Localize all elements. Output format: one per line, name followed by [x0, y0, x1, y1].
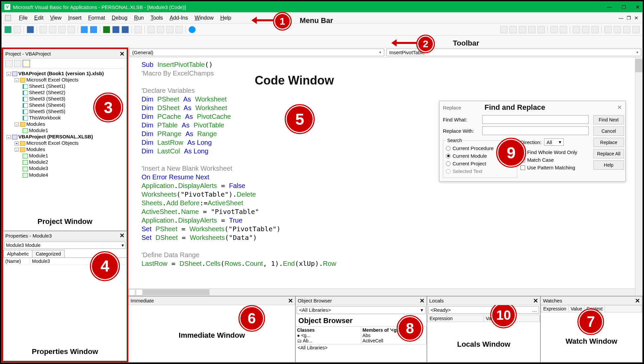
tree-node[interactable]: Module4	[5, 172, 125, 178]
properties-object-selector[interactable]: Module3 Module▾	[4, 242, 126, 249]
tree-node[interactable]: -VBAProject (Book1 (version 1).xlsb)	[5, 70, 125, 77]
find-what-input[interactable]	[482, 115, 589, 124]
watches-col-expression[interactable]: Expression	[541, 305, 568, 312]
edit-tb-1[interactable]	[500, 26, 507, 33]
save-button[interactable]	[27, 26, 34, 33]
locals-col-expression[interactable]: Expression	[428, 315, 484, 322]
replace-with-input[interactable]	[482, 126, 589, 135]
insert-dropdown[interactable]	[14, 26, 21, 33]
comment-block-button[interactable]	[582, 26, 589, 33]
object-browser-button[interactable]	[166, 26, 173, 33]
edit-tb-2[interactable]	[509, 26, 517, 33]
class-item-ab[interactable]: 🗂 Ab...	[297, 338, 359, 343]
menu-help[interactable]: Help	[220, 15, 231, 21]
tree-node[interactable]: -Modules	[5, 146, 125, 152]
menu-insert[interactable]: Insert	[68, 15, 82, 21]
object-browser-close[interactable]: ✕	[420, 297, 425, 304]
properties-close[interactable]: ✕	[120, 232, 125, 239]
breakpoint-button[interactable]	[573, 26, 580, 33]
tree-node[interactable]: Sheet1 (Sheet1)	[5, 83, 125, 89]
prop-name-value[interactable]: Module3	[30, 258, 52, 265]
menu-file[interactable]: File	[19, 15, 28, 21]
help-button-dlg[interactable]: Help	[593, 160, 624, 170]
view-code-button[interactable]	[5, 60, 13, 67]
check-match-case[interactable]: Match Case	[520, 156, 589, 164]
direction-select[interactable]: All▾	[544, 138, 564, 146]
bookmark-clear[interactable]	[632, 26, 640, 33]
tree-node[interactable]: +Microsoft Excel Objects	[5, 140, 125, 146]
help-button[interactable]	[188, 26, 196, 33]
minimize-button[interactable]: —	[607, 4, 612, 10]
edit-tb-3[interactable]	[519, 26, 526, 33]
find-button[interactable]	[68, 26, 75, 33]
bookmark-toggle[interactable]	[604, 26, 612, 33]
menu-run[interactable]: Run	[134, 15, 144, 21]
code-vscrollbar[interactable]	[635, 58, 642, 296]
object-dropdown[interactable]: (General)▾	[129, 49, 384, 56]
replace-all-button[interactable]: Replace All	[593, 149, 624, 158]
view-object-button[interactable]	[14, 60, 21, 67]
bookmark-next[interactable]	[614, 26, 621, 33]
locals-close[interactable]: ✕	[533, 297, 538, 304]
check-pattern-matching[interactable]: Use Pattern Matching	[520, 164, 589, 171]
library-selector[interactable]: <All Libraries>▾	[297, 306, 426, 314]
tree-node[interactable]: Module1	[5, 152, 125, 159]
tree-node[interactable]: Module3	[5, 165, 125, 171]
menu-tools[interactable]: Tools	[151, 15, 163, 21]
edit-tb-4[interactable]	[528, 26, 535, 33]
maximize-button[interactable]: ☐	[621, 4, 626, 10]
close-button[interactable]: ✕	[635, 4, 640, 10]
bookmark-prev[interactable]	[623, 26, 630, 33]
class-item-globals[interactable]: ● <g...	[297, 333, 359, 338]
menu-window[interactable]: Window	[195, 15, 214, 21]
radio-selected-text[interactable]: Selected Text	[446, 167, 514, 175]
check-whole-word[interactable]: Find Whole Word Only	[520, 148, 589, 156]
cut-button[interactable]	[40, 26, 47, 33]
properties-tab-alphabetic[interactable]: Alphabetic	[3, 250, 32, 258]
tree-node[interactable]: -VBAProject (PERSONAL.XLSB)	[5, 133, 125, 140]
menu-addins[interactable]: Add-Ins	[169, 15, 188, 21]
menu-format[interactable]: Format	[88, 15, 105, 21]
code-window[interactable]: Sub InsertPivotTable() 'Macro By ExcelCh…	[128, 58, 642, 296]
run-sub-button[interactable]	[103, 26, 110, 33]
edit-tb-5[interactable]	[537, 26, 545, 33]
reset-button[interactable]	[122, 26, 129, 33]
design-mode-button[interactable]	[135, 26, 142, 33]
toggle-folders-button[interactable]	[23, 60, 30, 67]
mdi-minimize[interactable]: —	[619, 15, 623, 21]
code-hscrollbar[interactable]	[128, 288, 635, 296]
replace-close-button[interactable]: ✕	[617, 104, 622, 111]
procedure-view-button[interactable]	[129, 289, 135, 296]
uncomment-block-button[interactable]	[591, 26, 599, 33]
replace-button[interactable]: Replace	[593, 138, 624, 147]
redo-button[interactable]	[90, 26, 97, 33]
paste-button[interactable]	[58, 26, 66, 33]
project-tree[interactable]: -VBAProject (Book1 (version 1).xlsb)-Mic…	[3, 59, 127, 213]
menu-view[interactable]: View	[50, 15, 61, 21]
mdi-restore[interactable]: ❐	[627, 15, 631, 21]
properties-window-button[interactable]	[157, 26, 164, 33]
undo-button[interactable]	[81, 26, 88, 33]
break-button[interactable]	[112, 26, 120, 33]
tree-node[interactable]: Module1	[5, 127, 125, 133]
menu-edit[interactable]: Edit	[34, 15, 44, 21]
view-excel-button[interactable]	[4, 26, 12, 33]
indent-button[interactable]	[550, 26, 558, 33]
project-explorer-button[interactable]	[148, 26, 155, 33]
full-module-view-button[interactable]	[136, 289, 143, 296]
tree-node[interactable]: -Microsoft Excel Objects	[5, 77, 125, 83]
find-next-button[interactable]: Find Next	[593, 115, 624, 124]
watches-close[interactable]: ✕	[635, 297, 640, 304]
menu-debug[interactable]: Debug	[112, 15, 128, 21]
toolbox-button[interactable]	[175, 26, 183, 33]
cancel-button[interactable]: Cancel	[593, 126, 624, 136]
mdi-close[interactable]: ✕	[634, 15, 638, 21]
copy-button[interactable]	[49, 26, 56, 33]
project-explorer-close[interactable]: ✕	[120, 50, 125, 58]
immediate-body[interactable]: 6 Immediate Window	[129, 305, 295, 362]
immediate-close[interactable]: ✕	[288, 297, 293, 304]
properties-tab-categorized[interactable]: Categorized	[32, 250, 65, 258]
outdent-button[interactable]	[560, 26, 567, 33]
locals-ready[interactable]: <Ready>…	[428, 306, 539, 314]
tree-node[interactable]: Module2	[5, 159, 125, 165]
